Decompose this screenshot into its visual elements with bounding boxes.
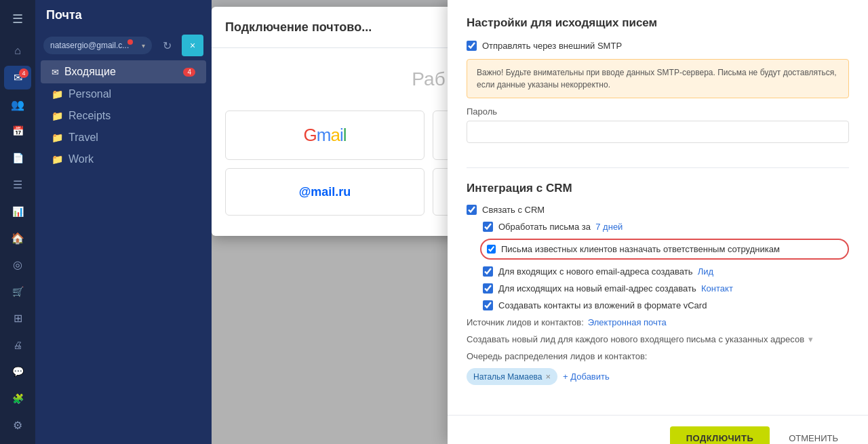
process-emails-link[interactable]: 7 дней [595, 222, 623, 232]
folder-icon: 📁 [52, 89, 63, 100]
sidebar-item-tasks[interactable]: ☰ [4, 173, 31, 197]
app-title: Почта [46, 8, 82, 22]
password-input[interactable] [467, 121, 849, 143]
account-row: natasergio@gmail.c... ▾ ↻ × [35, 31, 212, 60]
assignee-remove-icon[interactable]: × [546, 371, 551, 382]
contacts-icon: 👥 [11, 98, 24, 111]
sidebar-item-printer[interactable]: 🖨 [4, 333, 31, 357]
connect-button[interactable]: ПОДКЛЮЧИТЬ [670, 426, 770, 444]
create-contact-link[interactable]: Контакт [701, 283, 733, 294]
folder-icon: 📁 [52, 110, 63, 121]
assign-emails-label: Письма известных клиентов назначать отве… [501, 244, 780, 254]
sidebar-item-chat[interactable]: 💬 [4, 360, 31, 384]
vcard-label: Создавать контакты из вложений в формате… [498, 300, 707, 310]
refresh-button[interactable]: ↻ [156, 35, 178, 56]
section-divider [467, 167, 849, 168]
left-panel-header: Почта [35, 0, 212, 31]
inbox-label: Входящие [64, 66, 116, 78]
new-lead-label: Создавать новый лид для каждого нового в… [467, 334, 804, 344]
sidebar-item-map[interactable]: 🏠 [4, 226, 31, 250]
process-emails-checkbox[interactable] [483, 222, 493, 232]
cart-icon: 🛒 [12, 286, 24, 297]
vcard-checkbox[interactable] [483, 300, 493, 310]
sidebar-item-calendar[interactable]: 📅 [4, 119, 31, 143]
map-icon: 🏠 [11, 232, 24, 245]
crm-link-checkbox[interactable] [467, 205, 477, 215]
settings-modal: Настройки для исходящих писем Отправлять… [448, 0, 868, 444]
assign-emails-checkbox[interactable] [487, 245, 496, 254]
sidebar-icons: ☰ ⌂ ✉ 4 👥 📅 📄 ☰ 📊 🏠 ◎ 🛒 ⊞ 🖨 💬 🧩 ⚙ [0, 0, 35, 444]
close-account-button[interactable]: × [182, 35, 203, 56]
sidebar-item-home[interactable]: ⌂ [4, 39, 31, 62]
add-assignee-button[interactable]: + Добавить [563, 371, 610, 382]
queue-label: Очередь распределения лидов и контактов: [467, 351, 849, 361]
source-link[interactable]: Электронная почта [588, 317, 667, 327]
add-label: + Добавить [563, 371, 610, 382]
smtp-warning-text: Важно! Будьте внимательны при вводе данн… [477, 68, 837, 89]
create-lead-checkbox[interactable] [483, 266, 493, 277]
create-contact-row: Для исходящих на новый email-адрес созда… [467, 283, 849, 294]
crm-link-checkbox-row: Связать с CRM [467, 205, 849, 215]
folder-work[interactable]: 📁 Work [41, 148, 206, 170]
mail-badge: 4 [19, 68, 28, 78]
folder-receipts-label: Receipts [68, 110, 111, 122]
smtp-checkbox[interactable] [467, 41, 477, 51]
account-selector[interactable]: natasergio@gmail.c... ▾ [43, 37, 152, 54]
create-contact-checkbox[interactable] [483, 283, 493, 294]
gmail-logo: Gmail [304, 125, 347, 146]
crm-section-title: Интеграция с CRM [467, 182, 849, 195]
vcard-row: Создавать контакты из вложений в формате… [467, 300, 849, 310]
inbox-badge: 4 [183, 68, 195, 77]
sidebar-item-settings[interactable]: ⚙ [4, 413, 31, 437]
table-icon: ⊞ [14, 312, 22, 325]
smtp-checkbox-row: Отправлять через внешний SMTP [467, 41, 849, 51]
hamburger-menu[interactable]: ☰ [4, 7, 31, 31]
assignee-name: Наталья Мамаева [473, 372, 542, 382]
folder-icon: 📁 [52, 132, 63, 143]
assign-emails-highlighted-row: Письма известных клиентов назначать отве… [480, 239, 849, 260]
sidebar-item-cart[interactable]: 🛒 [4, 279, 31, 303]
main-content: Подключение почтово... × Раб Gmail E ⚡ E… [212, 0, 868, 444]
left-panel: Почта natasergio@gmail.c... ▾ ↻ × ✉ Вход… [35, 0, 212, 444]
folder-icon: 📁 [52, 154, 63, 165]
dropdown-arrow-icon[interactable]: ▾ [808, 334, 813, 344]
home-icon: ⌂ [14, 45, 21, 57]
create-contact-label: Для исходящих на новый email-адрес созда… [498, 283, 733, 294]
create-lead-row: Для входящих с нового email-адреса созда… [467, 266, 849, 277]
provider-gmail[interactable]: Gmail [225, 110, 425, 160]
sidebar-item-target[interactable]: ◎ [4, 253, 31, 277]
new-lead-row: Создавать новый лид для каждого нового в… [467, 334, 849, 344]
folder-travel-label: Travel [68, 132, 98, 144]
process-emails-row: Обработать письма за 7 дней [467, 222, 849, 232]
source-static-label: Источник лидов и контактов: [467, 317, 584, 327]
queue-area: Наталья Мамаева × + Добавить [467, 368, 849, 385]
smtp-warning-box: Важно! Будьте внимательны при вводе данн… [467, 59, 849, 98]
target-icon: ◎ [13, 258, 22, 271]
cancel-button[interactable]: ОТМЕНИТЬ [778, 426, 849, 444]
folder-inbox[interactable]: ✉ Входящие 4 [41, 60, 206, 83]
assignee-tag[interactable]: Наталья Мамаева × [467, 368, 557, 385]
connect-modal-title: Подключение почтово... [225, 20, 372, 35]
provider-mailru[interactable]: @mail.ru [225, 168, 425, 216]
sidebar-item-reports[interactable]: 📊 [4, 199, 31, 223]
sidebar-item-table[interactable]: ⊞ [4, 306, 31, 330]
folder-travel[interactable]: 📁 Travel [41, 127, 206, 148]
menu-icon: ☰ [12, 12, 23, 26]
account-email: natasergio@gmail.c... [50, 41, 129, 50]
password-label: Пароль [467, 106, 849, 117]
sidebar-item-mail[interactable]: ✉ 4 [4, 66, 31, 89]
folder-personal-label: Personal [68, 88, 111, 100]
inbox-icon: ✉ [52, 67, 59, 77]
printer-icon: 🖨 [13, 340, 22, 350]
sidebar-item-puzzle[interactable]: 🧩 [4, 386, 31, 410]
create-lead-label: Для входящих с нового email-адреса созда… [498, 266, 713, 277]
modal-footer: ПОДКЛЮЧИТЬ ОТМЕНИТЬ [448, 415, 868, 444]
sidebar-item-contacts[interactable]: 👥 [4, 92, 31, 116]
smtp-checkbox-label: Отправлять через внешний SMTP [482, 41, 622, 51]
chevron-down-icon: ▾ [142, 42, 145, 49]
folder-personal[interactable]: 📁 Personal [41, 83, 206, 105]
sidebar-item-docs[interactable]: 📄 [4, 146, 31, 169]
tasks-icon: ☰ [13, 178, 22, 191]
folder-receipts[interactable]: 📁 Receipts [41, 105, 206, 127]
create-lead-link[interactable]: Лид [698, 266, 713, 277]
